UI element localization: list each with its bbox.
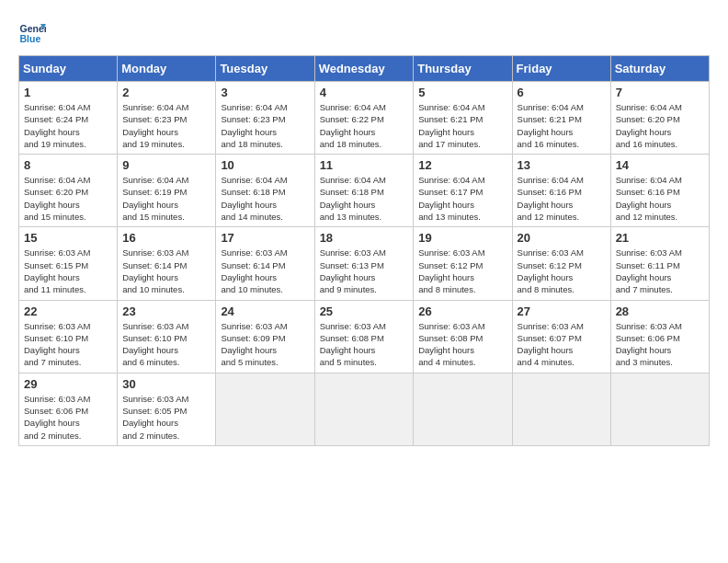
calendar-cell: 6 Sunrise: 6:04 AM Sunset: 6:21 PM Dayli… [512, 82, 610, 155]
day-detail: Sunrise: 6:03 AM Sunset: 6:10 PM Dayligh… [24, 320, 112, 369]
calendar-cell: 26 Sunrise: 6:03 AM Sunset: 6:08 PM Dayl… [414, 300, 512, 373]
day-detail: Sunrise: 6:04 AM Sunset: 6:16 PM Dayligh… [616, 174, 704, 223]
day-detail: Sunrise: 6:03 AM Sunset: 6:12 PM Dayligh… [418, 247, 506, 295]
calendar-cell: 17 Sunrise: 6:03 AM Sunset: 6:14 PM Dayl… [216, 227, 314, 300]
day-number: 26 [418, 304, 506, 318]
day-detail: Sunrise: 6:03 AM Sunset: 6:14 PM Dayligh… [122, 247, 210, 295]
day-detail: Sunrise: 6:04 AM Sunset: 6:20 PM Dayligh… [24, 174, 112, 223]
calendar-cell: 1 Sunrise: 6:04 AM Sunset: 6:24 PM Dayli… [19, 82, 118, 155]
day-number: 11 [320, 158, 409, 172]
day-detail: Sunrise: 6:03 AM Sunset: 6:07 PM Dayligh… [518, 320, 606, 369]
calendar-cell: 5 Sunrise: 6:04 AM Sunset: 6:21 PM Dayli… [414, 82, 512, 155]
day-detail: Sunrise: 6:04 AM Sunset: 6:21 PM Dayligh… [518, 101, 606, 150]
day-detail: Sunrise: 6:04 AM Sunset: 6:20 PM Dayligh… [616, 101, 704, 150]
day-number: 12 [418, 158, 506, 172]
day-number: 29 [24, 377, 112, 391]
calendar-cell: 25 Sunrise: 6:03 AM Sunset: 6:08 PM Dayl… [314, 300, 414, 373]
day-detail: Sunrise: 6:03 AM Sunset: 6:15 PM Dayligh… [24, 247, 112, 295]
calendar-table: SundayMondayTuesdayWednesdayThursdayFrid… [18, 55, 710, 446]
day-number: 17 [221, 231, 309, 245]
calendar-cell: 18 Sunrise: 6:03 AM Sunset: 6:13 PM Dayl… [314, 227, 414, 300]
day-number: 8 [24, 158, 112, 172]
calendar-cell: 30 Sunrise: 6:03 AM Sunset: 6:05 PM Dayl… [118, 373, 216, 445]
day-number: 27 [518, 304, 606, 318]
weekday-header-saturday: Saturday [610, 56, 709, 82]
day-detail: Sunrise: 6:03 AM Sunset: 6:11 PM Dayligh… [616, 247, 704, 295]
day-detail: Sunrise: 6:04 AM Sunset: 6:24 PM Dayligh… [24, 101, 112, 150]
calendar-cell: 28 Sunrise: 6:03 AM Sunset: 6:06 PM Dayl… [610, 300, 709, 373]
day-detail: Sunrise: 6:03 AM Sunset: 6:14 PM Dayligh… [221, 247, 309, 295]
logo: General Blue [18, 18, 46, 46]
weekday-header-sunday: Sunday [19, 56, 118, 82]
calendar-cell [314, 373, 414, 445]
day-number: 4 [320, 86, 409, 99]
day-number: 5 [418, 86, 506, 99]
calendar-cell [216, 373, 314, 445]
day-detail: Sunrise: 6:04 AM Sunset: 6:16 PM Dayligh… [518, 174, 606, 223]
day-detail: Sunrise: 6:03 AM Sunset: 6:05 PM Dayligh… [122, 393, 210, 442]
day-detail: Sunrise: 6:04 AM Sunset: 6:21 PM Dayligh… [418, 101, 506, 150]
page-header: General Blue [18, 18, 710, 46]
day-number: 20 [518, 231, 606, 245]
weekday-header-wednesday: Wednesday [314, 56, 414, 82]
svg-text:Blue: Blue [20, 33, 41, 44]
day-number: 24 [221, 304, 309, 318]
weekday-header-monday: Monday [118, 56, 216, 82]
day-number: 13 [518, 158, 606, 172]
calendar-cell: 13 Sunrise: 6:04 AM Sunset: 6:16 PM Dayl… [512, 155, 610, 227]
calendar-cell: 23 Sunrise: 6:03 AM Sunset: 6:10 PM Dayl… [118, 300, 216, 373]
day-number: 1 [24, 86, 112, 99]
day-number: 21 [616, 231, 704, 245]
logo-icon: General Blue [18, 18, 46, 46]
day-number: 30 [122, 377, 210, 391]
calendar-cell: 29 Sunrise: 6:03 AM Sunset: 6:06 PM Dayl… [19, 373, 118, 445]
calendar-cell: 2 Sunrise: 6:04 AM Sunset: 6:23 PM Dayli… [118, 82, 216, 155]
day-number: 10 [221, 158, 309, 172]
day-detail: Sunrise: 6:03 AM Sunset: 6:10 PM Dayligh… [122, 320, 210, 369]
day-detail: Sunrise: 6:03 AM Sunset: 6:08 PM Dayligh… [320, 320, 409, 369]
calendar-cell [610, 373, 709, 445]
day-detail: Sunrise: 6:04 AM Sunset: 6:23 PM Dayligh… [221, 101, 309, 150]
day-detail: Sunrise: 6:03 AM Sunset: 6:13 PM Dayligh… [320, 247, 409, 295]
day-detail: Sunrise: 6:04 AM Sunset: 6:17 PM Dayligh… [418, 174, 506, 223]
day-number: 23 [122, 304, 210, 318]
calendar-cell: 27 Sunrise: 6:03 AM Sunset: 6:07 PM Dayl… [512, 300, 610, 373]
day-number: 25 [320, 304, 409, 318]
calendar-cell: 12 Sunrise: 6:04 AM Sunset: 6:17 PM Dayl… [414, 155, 512, 227]
day-number: 9 [122, 158, 210, 172]
day-detail: Sunrise: 6:03 AM Sunset: 6:06 PM Dayligh… [24, 393, 112, 442]
calendar-cell: 19 Sunrise: 6:03 AM Sunset: 6:12 PM Dayl… [414, 227, 512, 300]
calendar-cell: 8 Sunrise: 6:04 AM Sunset: 6:20 PM Dayli… [19, 155, 118, 227]
day-detail: Sunrise: 6:04 AM Sunset: 6:23 PM Dayligh… [122, 101, 210, 150]
day-number: 6 [518, 86, 606, 99]
calendar-cell: 11 Sunrise: 6:04 AM Sunset: 6:18 PM Dayl… [314, 155, 414, 227]
day-detail: Sunrise: 6:04 AM Sunset: 6:22 PM Dayligh… [320, 101, 409, 150]
day-detail: Sunrise: 6:04 AM Sunset: 6:18 PM Dayligh… [320, 174, 409, 223]
day-number: 28 [616, 304, 704, 318]
weekday-header-thursday: Thursday [414, 56, 512, 82]
day-number: 22 [24, 304, 112, 318]
day-detail: Sunrise: 6:04 AM Sunset: 6:18 PM Dayligh… [221, 174, 309, 223]
weekday-header-tuesday: Tuesday [216, 56, 314, 82]
day-number: 15 [24, 231, 112, 245]
day-number: 2 [122, 86, 210, 99]
calendar-cell: 9 Sunrise: 6:04 AM Sunset: 6:19 PM Dayli… [118, 155, 216, 227]
day-detail: Sunrise: 6:03 AM Sunset: 6:12 PM Dayligh… [518, 247, 606, 295]
calendar-cell [414, 373, 512, 445]
calendar-cell: 20 Sunrise: 6:03 AM Sunset: 6:12 PM Dayl… [512, 227, 610, 300]
day-number: 3 [221, 86, 309, 99]
day-number: 7 [616, 86, 704, 99]
calendar-cell: 15 Sunrise: 6:03 AM Sunset: 6:15 PM Dayl… [19, 227, 118, 300]
calendar-cell: 24 Sunrise: 6:03 AM Sunset: 6:09 PM Dayl… [216, 300, 314, 373]
calendar-cell: 21 Sunrise: 6:03 AM Sunset: 6:11 PM Dayl… [610, 227, 709, 300]
calendar-cell: 10 Sunrise: 6:04 AM Sunset: 6:18 PM Dayl… [216, 155, 314, 227]
calendar-cell: 14 Sunrise: 6:04 AM Sunset: 6:16 PM Dayl… [610, 155, 709, 227]
day-detail: Sunrise: 6:03 AM Sunset: 6:06 PM Dayligh… [616, 320, 704, 369]
day-number: 14 [616, 158, 704, 172]
day-detail: Sunrise: 6:03 AM Sunset: 6:08 PM Dayligh… [418, 320, 506, 369]
day-number: 19 [418, 231, 506, 245]
day-detail: Sunrise: 6:04 AM Sunset: 6:19 PM Dayligh… [122, 174, 210, 223]
weekday-header-friday: Friday [512, 56, 610, 82]
calendar-cell: 3 Sunrise: 6:04 AM Sunset: 6:23 PM Dayli… [216, 82, 314, 155]
calendar-cell [512, 373, 610, 445]
